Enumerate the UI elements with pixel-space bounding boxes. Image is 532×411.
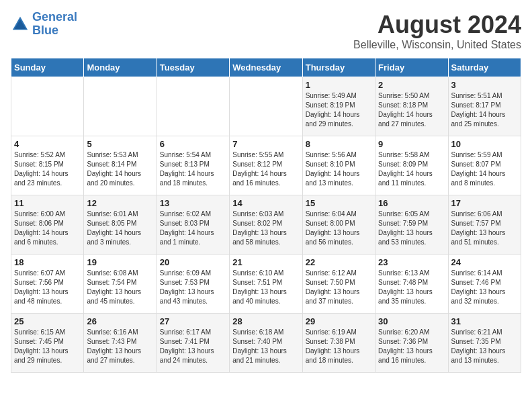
day-info: Sunrise: 5:55 AM Sunset: 8:12 PM Dayligh… — [232, 150, 299, 188]
day-number: 27 — [160, 316, 226, 326]
week-row-5: 25Sunrise: 6:15 AM Sunset: 7:45 PM Dayli… — [11, 314, 521, 373]
logo-line2: Blue — [32, 24, 77, 38]
day-number: 13 — [160, 198, 226, 208]
calendar-cell — [157, 77, 229, 136]
day-number: 1 — [306, 80, 372, 90]
day-number: 24 — [451, 257, 518, 267]
day-info: Sunrise: 5:53 AM Sunset: 8:14 PM Dayligh… — [87, 150, 153, 188]
day-number: 2 — [378, 80, 445, 90]
calendar-cell: 24Sunrise: 6:14 AM Sunset: 7:46 PM Dayli… — [448, 255, 521, 314]
day-number: 3 — [451, 80, 518, 90]
header-row: SundayMondayTuesdayWednesdayThursdayFrid… — [11, 58, 521, 77]
week-row-2: 4Sunrise: 5:52 AM Sunset: 8:15 PM Daylig… — [11, 136, 521, 195]
day-info: Sunrise: 6:21 AM Sunset: 7:35 PM Dayligh… — [451, 328, 518, 365]
calendar-cell: 15Sunrise: 6:04 AM Sunset: 8:00 PM Dayli… — [302, 195, 375, 255]
day-number: 21 — [232, 257, 299, 267]
day-info: Sunrise: 5:51 AM Sunset: 8:17 PM Dayligh… — [451, 91, 518, 129]
calendar-cell: 29Sunrise: 6:19 AM Sunset: 7:38 PM Dayli… — [302, 314, 375, 373]
day-number: 4 — [14, 139, 81, 149]
day-number: 18 — [14, 257, 81, 267]
logo-line1: General — [32, 11, 77, 24]
calendar-cell: 9Sunrise: 5:58 AM Sunset: 8:09 PM Daylig… — [375, 136, 448, 195]
day-info: Sunrise: 6:04 AM Sunset: 8:00 PM Dayligh… — [306, 210, 372, 247]
day-info: Sunrise: 5:56 AM Sunset: 8:10 PM Dayligh… — [306, 150, 372, 188]
day-number: 29 — [306, 316, 372, 326]
calendar-cell: 14Sunrise: 6:03 AM Sunset: 8:02 PM Dayli… — [230, 195, 302, 255]
calendar-cell: 25Sunrise: 6:15 AM Sunset: 7:45 PM Dayli… — [11, 314, 84, 373]
calendar-cell — [11, 77, 84, 136]
calendar-cell: 2Sunrise: 5:50 AM Sunset: 8:18 PM Daylig… — [375, 77, 448, 136]
calendar-cell: 12Sunrise: 6:01 AM Sunset: 8:05 PM Dayli… — [84, 195, 157, 255]
week-row-4: 18Sunrise: 6:07 AM Sunset: 7:56 PM Dayli… — [11, 255, 521, 314]
day-info: Sunrise: 6:19 AM Sunset: 7:38 PM Dayligh… — [306, 328, 372, 365]
day-info: Sunrise: 6:10 AM Sunset: 7:51 PM Dayligh… — [232, 269, 299, 306]
header-cell-saturday: Saturday — [448, 58, 521, 77]
calendar-cell: 17Sunrise: 6:06 AM Sunset: 7:57 PM Dayli… — [448, 195, 521, 255]
day-number: 14 — [232, 198, 299, 208]
day-info: Sunrise: 6:18 AM Sunset: 7:40 PM Dayligh… — [232, 328, 299, 365]
day-info: Sunrise: 6:20 AM Sunset: 7:36 PM Dayligh… — [378, 328, 445, 365]
day-number: 22 — [306, 257, 372, 267]
header-cell-wednesday: Wednesday — [230, 58, 302, 77]
calendar-cell: 28Sunrise: 6:18 AM Sunset: 7:40 PM Dayli… — [230, 314, 302, 373]
day-info: Sunrise: 6:03 AM Sunset: 8:02 PM Dayligh… — [232, 210, 299, 247]
title-block: August 2024 Belleville, Wisconsin, Unite… — [353, 11, 521, 51]
calendar-cell: 3Sunrise: 5:51 AM Sunset: 8:17 PM Daylig… — [448, 77, 521, 136]
header-cell-sunday: Sunday — [11, 58, 84, 77]
calendar-cell: 23Sunrise: 6:13 AM Sunset: 7:48 PM Dayli… — [375, 255, 448, 314]
day-number: 26 — [87, 316, 153, 326]
calendar-cell: 26Sunrise: 6:16 AM Sunset: 7:43 PM Dayli… — [84, 314, 157, 373]
calendar-cell: 19Sunrise: 6:08 AM Sunset: 7:54 PM Dayli… — [84, 255, 157, 314]
day-info: Sunrise: 6:17 AM Sunset: 7:41 PM Dayligh… — [160, 328, 226, 365]
day-number: 30 — [378, 316, 445, 326]
day-info: Sunrise: 6:09 AM Sunset: 7:53 PM Dayligh… — [160, 269, 226, 306]
calendar-cell — [230, 77, 302, 136]
day-info: Sunrise: 6:15 AM Sunset: 7:45 PM Dayligh… — [14, 328, 81, 365]
calendar-cell: 1Sunrise: 5:49 AM Sunset: 8:19 PM Daylig… — [302, 77, 375, 136]
calendar-cell: 4Sunrise: 5:52 AM Sunset: 8:15 PM Daylig… — [11, 136, 84, 195]
logo-icon — [11, 15, 30, 34]
calendar-cell — [84, 77, 157, 136]
day-number: 5 — [87, 139, 153, 149]
day-info: Sunrise: 6:06 AM Sunset: 7:57 PM Dayligh… — [451, 210, 518, 247]
day-number: 12 — [87, 198, 153, 208]
calendar-cell: 5Sunrise: 5:53 AM Sunset: 8:14 PM Daylig… — [84, 136, 157, 195]
day-number: 25 — [14, 316, 81, 326]
day-info: Sunrise: 6:12 AM Sunset: 7:50 PM Dayligh… — [306, 269, 372, 306]
day-number: 16 — [378, 198, 445, 208]
day-info: Sunrise: 6:07 AM Sunset: 7:56 PM Dayligh… — [14, 269, 81, 306]
day-info: Sunrise: 5:54 AM Sunset: 8:13 PM Dayligh… — [160, 150, 226, 188]
day-number: 10 — [451, 139, 518, 149]
calendar-cell: 6Sunrise: 5:54 AM Sunset: 8:13 PM Daylig… — [157, 136, 229, 195]
calendar-table: SundayMondayTuesdayWednesdayThursdayFrid… — [11, 58, 521, 373]
calendar-cell: 30Sunrise: 6:20 AM Sunset: 7:36 PM Dayli… — [375, 314, 448, 373]
day-number: 8 — [306, 139, 372, 149]
day-number: 9 — [378, 139, 445, 149]
day-number: 28 — [232, 316, 299, 326]
day-info: Sunrise: 6:02 AM Sunset: 8:03 PM Dayligh… — [160, 210, 226, 247]
calendar-cell: 8Sunrise: 5:56 AM Sunset: 8:10 PM Daylig… — [302, 136, 375, 195]
calendar-cell: 7Sunrise: 5:55 AM Sunset: 8:12 PM Daylig… — [230, 136, 302, 195]
calendar-cell: 10Sunrise: 5:59 AM Sunset: 8:07 PM Dayli… — [448, 136, 521, 195]
week-row-1: 1Sunrise: 5:49 AM Sunset: 8:19 PM Daylig… — [11, 77, 521, 136]
header-cell-friday: Friday — [375, 58, 448, 77]
day-info: Sunrise: 6:05 AM Sunset: 7:59 PM Dayligh… — [378, 210, 445, 247]
day-info: Sunrise: 6:00 AM Sunset: 8:06 PM Dayligh… — [14, 210, 81, 247]
day-number: 17 — [451, 198, 518, 208]
calendar-cell: 22Sunrise: 6:12 AM Sunset: 7:50 PM Dayli… — [302, 255, 375, 314]
week-row-3: 11Sunrise: 6:00 AM Sunset: 8:06 PM Dayli… — [11, 195, 521, 255]
day-number: 11 — [14, 198, 81, 208]
logo-text: General Blue — [32, 11, 77, 38]
day-info: Sunrise: 6:13 AM Sunset: 7:48 PM Dayligh… — [378, 269, 445, 306]
calendar-cell: 13Sunrise: 6:02 AM Sunset: 8:03 PM Dayli… — [157, 195, 229, 255]
day-number: 15 — [306, 198, 372, 208]
header-cell-tuesday: Tuesday — [157, 58, 229, 77]
day-info: Sunrise: 6:01 AM Sunset: 8:05 PM Dayligh… — [87, 210, 153, 247]
calendar-cell: 21Sunrise: 6:10 AM Sunset: 7:51 PM Dayli… — [230, 255, 302, 314]
day-info: Sunrise: 5:59 AM Sunset: 8:07 PM Dayligh… — [451, 150, 518, 188]
day-number: 31 — [451, 316, 518, 326]
day-info: Sunrise: 5:58 AM Sunset: 8:09 PM Dayligh… — [378, 150, 445, 188]
calendar-cell: 27Sunrise: 6:17 AM Sunset: 7:41 PM Dayli… — [157, 314, 229, 373]
day-number: 6 — [160, 139, 226, 149]
day-number: 23 — [378, 257, 445, 267]
